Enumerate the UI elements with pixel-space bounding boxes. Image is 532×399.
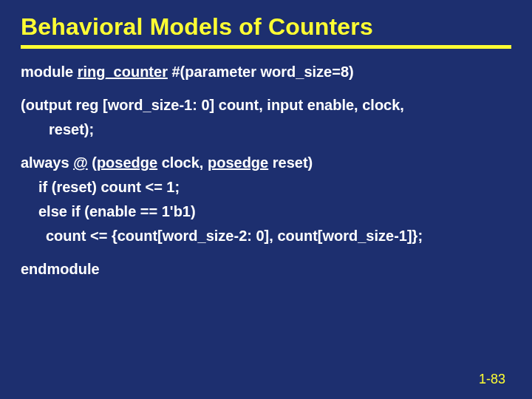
paren-close: reset)	[268, 154, 313, 171]
code-line-always: always @ (posedge clock, posedge reset)	[21, 154, 511, 171]
code-line-ports-b: reset);	[21, 121, 511, 138]
paren-open: (	[88, 154, 97, 171]
title-rule	[21, 45, 511, 49]
kw-always: always	[21, 154, 73, 171]
code-line-assign: count <= {count[word_size-2: 0], count[w…	[21, 228, 511, 245]
param-decl: #(parameter word_size=8)	[168, 64, 354, 80]
kw-module: module	[21, 64, 78, 80]
page-number: 1-83	[479, 372, 505, 387]
code-line-module: module ring_counter #(parameter word_siz…	[21, 64, 511, 81]
code-block: module ring_counter #(parameter word_siz…	[21, 64, 511, 278]
kw-posedge-1: posedge	[97, 154, 157, 171]
module-name: ring_counter	[78, 64, 168, 80]
code-line-endmodule: endmodule	[21, 261, 511, 278]
sep: clock,	[157, 154, 208, 171]
code-line-if: if (reset) count <= 1;	[21, 179, 511, 196]
kw-posedge-2: posedge	[208, 154, 268, 171]
code-line-elseif: else if (enable == 1'b1)	[21, 203, 511, 220]
at-symbol: @	[73, 154, 88, 171]
slide: Behavioral Models of Counters module rin…	[0, 0, 532, 399]
code-line-ports-a: (output reg [word_size-1: 0] count, inpu…	[21, 97, 511, 114]
slide-title: Behavioral Models of Counters	[21, 13, 511, 41]
